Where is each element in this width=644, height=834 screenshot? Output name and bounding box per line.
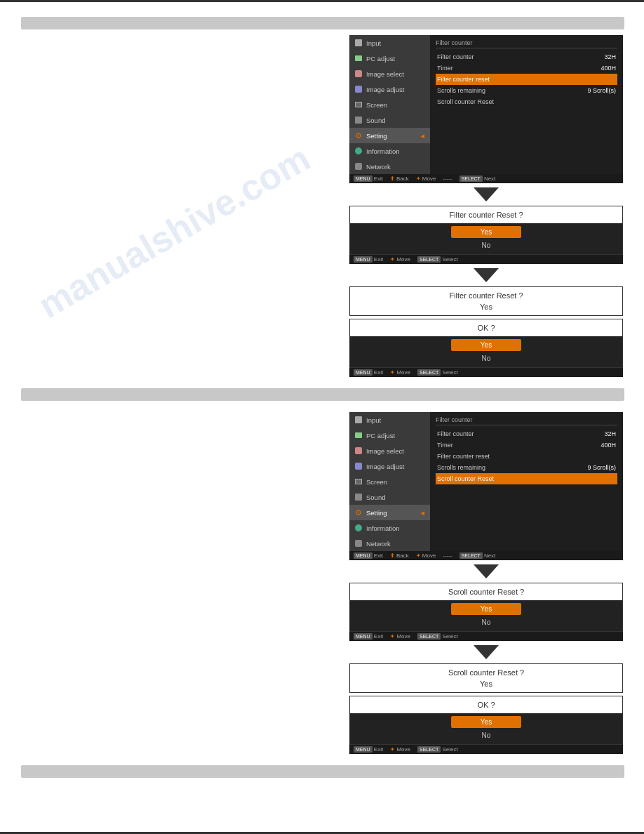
bottom-dialog2-no-button[interactable]: No [451, 729, 521, 741]
top-dialog2-top-yes: Yes [357, 303, 615, 311]
bottom-sidebar-item-information[interactable]: Information [349, 520, 430, 536]
bottom-dialog1: Scroll counter Reset ? Yes No [349, 583, 623, 632]
bottom-status-move: ✦ Move [416, 552, 436, 559]
bottom-dialog1-buttons: Yes No [350, 600, 622, 631]
top-section-bar [21, 17, 624, 29]
pc-adjust-icon [354, 53, 363, 63]
bottom-image-adjust-icon [354, 461, 363, 471]
top-dialog2-buttons: Yes No [350, 336, 622, 367]
sidebar-item-sound[interactable]: Sound [349, 112, 430, 128]
bottom-sound-icon [354, 492, 363, 502]
bottom-sidebar-item-sound[interactable]: Sound [349, 489, 430, 505]
sidebar-item-image-adjust[interactable]: Image adjust [349, 81, 430, 97]
bottom-arrow-2 [474, 645, 499, 659]
top-dialog2-yes-button[interactable]: Yes [451, 339, 521, 351]
sidebar-item-screen[interactable]: Screen [349, 97, 430, 112]
top-dialog2-bottom-title: OK ? [350, 319, 622, 336]
bottom-left-text [21, 412, 335, 419]
bottom-sidebar-item-setting[interactable]: ⚙ Setting ◄ [349, 505, 430, 520]
top-dialog2-no-button[interactable]: No [451, 352, 521, 364]
bottom-sidebar-item-input[interactable]: Input [349, 412, 430, 428]
top-status-dashes: ----- [443, 176, 452, 182]
bottom-menu-content: Filter counter Filter counter 32H Timer … [430, 412, 623, 551]
page-content: Input PC adjust Image select [0, 0, 644, 785]
top-right-ui: Input PC adjust Image select [349, 35, 623, 377]
bottom-dialog2-bottom: OK ? Yes No [349, 696, 623, 745]
top-arrow-2 [474, 268, 499, 282]
bottom-menu-row-2: Filter counter reset [436, 451, 617, 462]
information-icon [354, 146, 363, 156]
top-status-exit: MENU Exit [354, 176, 383, 182]
top-section-content: Input PC adjust Image select [21, 35, 623, 377]
sidebar-item-network[interactable]: Network [349, 159, 430, 174]
top-menu-sidebar: Input PC adjust Image select [349, 35, 430, 174]
bottom-sidebar-item-pc-adjust[interactable]: PC adjust [349, 428, 430, 443]
bottom-status-exit: MENU Exit [354, 552, 383, 559]
bottom-dialog2-status: MENU Exit ✦ Move SELECT Select [349, 745, 623, 754]
bottom-menu-row-0: Filter counter 32H [436, 428, 617, 439]
top-arrow-1 [474, 187, 499, 201]
bottom-menu-status-bar: MENU Exit ⬆ Back ✦ Move ----- SELECT Nex… [349, 551, 623, 560]
sidebar-item-input[interactable]: Input [349, 35, 430, 51]
bottom-status-next: SELECT Next [459, 552, 496, 559]
bottom-sidebar-item-screen[interactable]: Screen [349, 474, 430, 489]
bottom-dialog2-top-title: Scroll counter Reset ? [357, 668, 615, 677]
top-d1-move: ✦ Move [390, 256, 410, 263]
image-select-icon [354, 69, 363, 79]
sound-icon [354, 115, 363, 125]
bottom-dialog2-top: Scroll counter Reset ? Yes [349, 663, 623, 693]
top-d2-select: SELECT Select [417, 369, 458, 376]
top-dialog2-status: MENU Exit ✦ Move SELECT Select [349, 368, 623, 377]
image-adjust-icon [354, 84, 363, 94]
bottom-screen-icon [354, 477, 363, 486]
top-d1-select: SELECT Select [417, 256, 458, 263]
bottom-information-icon [354, 523, 363, 533]
sidebar-item-setting[interactable]: ⚙ Setting ◄ [349, 128, 430, 143]
bottom-menu-row-3: Scrolls remaining 9 Scroll(s) [436, 462, 617, 473]
top-d2-move: ✦ Move [390, 369, 410, 376]
bottom-setting-icon: ⚙ [354, 508, 363, 517]
sidebar-item-pc-adjust[interactable]: PC adjust [349, 51, 430, 66]
top-menu-row-2[interactable]: Filter counter reset ↵ [436, 74, 617, 85]
bottom-sidebar-item-image-adjust[interactable]: Image adjust [349, 458, 430, 474]
bottom-dialog1-no-button[interactable]: No [451, 616, 521, 628]
top-left-text [21, 35, 335, 42]
bottom-menu-row-1: Timer 400H [436, 439, 617, 451]
bottom-section-wrapper [21, 765, 623, 778]
bottom-d1-exit: MENU Exit [354, 633, 383, 640]
sidebar-item-image-select[interactable]: Image select [349, 66, 430, 81]
bottom-menu-row-4[interactable]: Scroll counter Reset ↵ [436, 473, 617, 484]
top-dialog1-yes-button[interactable]: Yes [451, 226, 521, 238]
top-dialog2-top-title: Filter counter Reset ? [357, 291, 615, 300]
top-menu-row-3: Scrolls remaining 9 Scroll(s) [436, 85, 617, 96]
bottom-d2-select: SELECT Select [417, 746, 458, 753]
bottom-menu-screen: Input PC adjust Image select [349, 412, 623, 551]
bottom-sidebar-item-network[interactable]: Network [349, 536, 430, 551]
screen-icon [354, 100, 363, 110]
input-icon [354, 38, 363, 48]
bottom-dialog2-bottom-title: OK ? [350, 696, 622, 713]
bottom-menu-content-title: Filter counter [436, 416, 617, 425]
bottom-d1-select: SELECT Select [417, 633, 458, 640]
bottom-network-icon [354, 538, 363, 548]
top-dialog2: Filter counter Reset ? Yes OK ? Yes No [349, 286, 623, 368]
top-border [0, 0, 644, 2]
bottom-dialog2: Scroll counter Reset ? Yes OK ? Yes No [349, 663, 623, 745]
top-dialog1-status: MENU Exit ✦ Move SELECT Select [349, 255, 623, 264]
top-status-next: SELECT Next [459, 176, 496, 182]
top-menu-screen: Input PC adjust Image select [349, 35, 623, 174]
bottom-arrow-1 [474, 564, 499, 578]
top-dialog2-bottom: OK ? Yes No [349, 319, 623, 368]
setting-icon: ⚙ [354, 131, 363, 140]
bottom-pc-adjust-icon [354, 430, 363, 440]
bottom-right-ui: Input PC adjust Image select [349, 412, 623, 754]
top-dialog1-no-button[interactable]: No [451, 239, 521, 251]
bottom-d2-exit: MENU Exit [354, 746, 383, 753]
top-d1-exit: MENU Exit [354, 256, 383, 263]
sidebar-item-information[interactable]: Information [349, 143, 430, 159]
bottom-image-select-icon [354, 446, 363, 456]
bottom-sidebar-item-image-select[interactable]: Image select [349, 443, 430, 458]
bottom-dialog1-yes-button[interactable]: Yes [451, 603, 521, 615]
bottom-dialog2-yes-button[interactable]: Yes [451, 716, 521, 728]
top-status-move: ✦ Move [416, 176, 436, 182]
